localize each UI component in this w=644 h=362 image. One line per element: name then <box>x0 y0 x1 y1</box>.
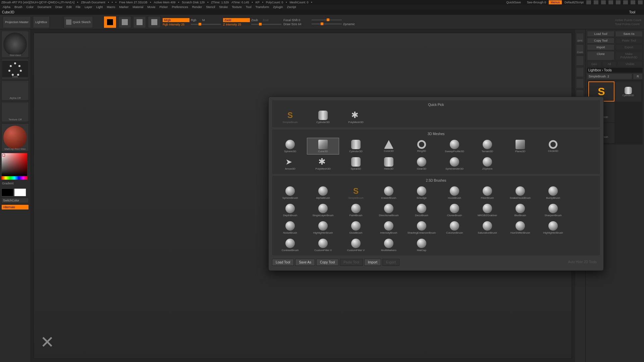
tool-item[interactable]: Cube3D <box>307 138 339 155</box>
tool-item[interactable]: SphereBrush <box>274 184 306 201</box>
tool-item[interactable]: Helix3D <box>373 155 405 172</box>
tool-item[interactable]: SnakeHookBrush <box>504 184 536 201</box>
mrgb-button[interactable]: Mrgb <box>163 18 190 22</box>
window-icon[interactable] <box>608 0 613 4</box>
defaultscript[interactable]: DefaultZScript <box>565 1 584 4</box>
menu-item[interactable]: Draw <box>55 5 62 9</box>
minimize-icon[interactable] <box>623 0 628 4</box>
tool-item[interactable]: Spiral3D <box>340 155 372 172</box>
tool-item[interactable]: ✱PolyMesh3D <box>307 155 339 172</box>
secondary-color-swatch[interactable] <box>1 188 13 196</box>
quicksave-button[interactable]: QuickSave <box>506 1 521 4</box>
menu-item[interactable]: Stroke <box>219 5 228 9</box>
tool-item[interactable]: SaturationBrush <box>471 219 503 236</box>
tool-item[interactable]: Smudge <box>406 184 438 201</box>
menu-item[interactable]: Document <box>38 5 51 9</box>
tool-item[interactable]: MRGBZGrabber <box>471 202 503 219</box>
tool-item[interactable]: Gear3D <box>406 155 438 172</box>
stroke-thumbnail[interactable]: Dots <box>1 59 29 79</box>
menu-item[interactable]: Brush <box>14 5 22 9</box>
tool-item[interactable]: SSimpleBrush <box>274 109 306 125</box>
tool-item[interactable]: ClonerBrush <box>438 202 471 219</box>
geo-button[interactable]: Geo <box>587 61 601 67</box>
tool-item[interactable]: Sphere3D <box>274 138 306 155</box>
nav-button[interactable] <box>576 56 584 66</box>
menu-item[interactable]: Zplugin <box>273 5 283 9</box>
tool-item[interactable]: AlphaBrush <box>307 184 339 201</box>
tool-item[interactable]: ColorizeBrush <box>438 219 471 236</box>
close-icon[interactable] <box>638 0 643 4</box>
quicksketch-button[interactable]: Quick Sketch <box>64 16 93 28</box>
menus-button[interactable]: Menus <box>549 0 562 4</box>
tool-item[interactable]: Ring3D <box>406 138 438 155</box>
pastetool-button[interactable]: Paste Tool <box>615 38 643 44</box>
tool-item[interactable]: ShadingEnhancerBrush <box>406 219 438 236</box>
rgb-intensity-slider[interactable]: Rgb Intensity 25 <box>163 23 190 26</box>
tool-item[interactable]: PaintBrush <box>340 202 372 219</box>
focal-shift-slider[interactable]: Focal Shift 0 <box>283 18 310 22</box>
z-intensity-track[interactable] <box>251 24 281 25</box>
maximize-icon[interactable] <box>631 0 635 4</box>
menu-item[interactable]: Preferences <box>172 5 188 9</box>
menu-item[interactable]: Picker <box>159 5 168 9</box>
rgb-intensity-track[interactable] <box>191 24 221 25</box>
m-button[interactable]: M <box>202 18 209 22</box>
zsub-button[interactable]: Zsub <box>251 18 261 22</box>
tool-item[interactable]: ✱PolyMesh3D <box>340 109 372 125</box>
brush-thumbnail[interactable]: Standard <box>1 31 29 58</box>
lightbox-button[interactable]: LightBox <box>33 16 50 28</box>
material-thumbnail[interactable]: MatCap Red Wax <box>1 123 29 152</box>
popup-export-button[interactable]: Export <box>382 259 399 266</box>
menu-item[interactable]: Alpha <box>3 5 10 9</box>
draw-size-slider[interactable]: Draw Size 64 <box>283 22 310 26</box>
tool-item[interactable]: Cylinder3D <box>340 138 372 155</box>
tool-item[interactable]: NoiseBrush <box>274 219 306 236</box>
visible-button[interactable]: Visible <box>617 61 643 67</box>
menu-item[interactable]: Zscript <box>287 5 296 9</box>
menu-item[interactable]: Material <box>132 5 143 9</box>
menu-item[interactable]: Color <box>26 5 34 9</box>
tool-item[interactable]: SingleLayerBrush <box>307 202 339 219</box>
z-intensity-slider[interactable]: Z Intensity 25 <box>223 23 250 26</box>
tool-item[interactable]: DepthBrush <box>274 202 306 219</box>
menu-item[interactable]: Marker <box>119 5 128 9</box>
primary-color-swatch[interactable] <box>14 188 26 196</box>
all-button[interactable]: All <box>602 61 616 67</box>
projection-master-button[interactable]: Projection Master <box>3 16 31 28</box>
saveas-button[interactable]: Save As <box>615 31 643 37</box>
color-picker[interactable] <box>1 153 29 180</box>
alpha-thumbnail[interactable]: Alpha Off <box>1 80 29 101</box>
import-button[interactable]: Import <box>587 44 614 50</box>
menu-item[interactable]: Render <box>192 5 202 9</box>
move-button[interactable] <box>118 16 131 28</box>
tool-item[interactable]: BlurBrush <box>504 202 536 219</box>
popup-copytool-button[interactable]: Copy Tool <box>316 259 338 266</box>
tool-item[interactable]: SharpenBrush <box>537 202 569 219</box>
tool-item[interactable]: HighlighterBrush <box>537 219 569 236</box>
nav-button[interactable]: Zoom <box>576 44 584 54</box>
tool-item[interactable]: Cone3D <box>373 138 405 155</box>
tool-item[interactable]: Terrain3D <box>471 138 503 155</box>
tool-item[interactable]: Cylinder3D <box>307 109 339 125</box>
nav-button[interactable]: BPR <box>576 33 584 43</box>
tool-item[interactable]: HueShifterBrush <box>504 219 536 236</box>
menu-item[interactable]: Edit <box>66 5 72 9</box>
tool-item[interactable]: CustomFilter V <box>340 237 372 253</box>
tool-item[interactable]: HighlighterBrush <box>307 219 339 236</box>
switchcolor-button[interactable]: SwitchColor <box>1 198 29 203</box>
texture-thumbnail[interactable]: Texture Off <box>1 102 29 122</box>
tool-name[interactable]: SimpleBrush. 2 <box>587 73 632 79</box>
tool-item[interactable]: BumpBrush <box>537 184 569 201</box>
gradient-label[interactable]: Gradient <box>1 181 29 186</box>
tool-item[interactable]: ZSphere <box>471 155 503 172</box>
tool-item[interactable]: EraserBrush <box>373 184 405 201</box>
export-button[interactable]: Export <box>615 44 643 50</box>
menu-item[interactable]: Light <box>96 5 103 9</box>
tool-item[interactable]: ➤Arrow3D <box>274 155 306 172</box>
rotate-button[interactable] <box>148 16 161 28</box>
tool-item[interactable]: Plane3D <box>504 138 536 155</box>
window-icon[interactable] <box>586 0 591 4</box>
popup-saveas-button[interactable]: Save As <box>295 259 315 266</box>
tool-item[interactable]: CustomFilter II <box>307 237 339 253</box>
window-icon[interactable] <box>594 0 598 4</box>
